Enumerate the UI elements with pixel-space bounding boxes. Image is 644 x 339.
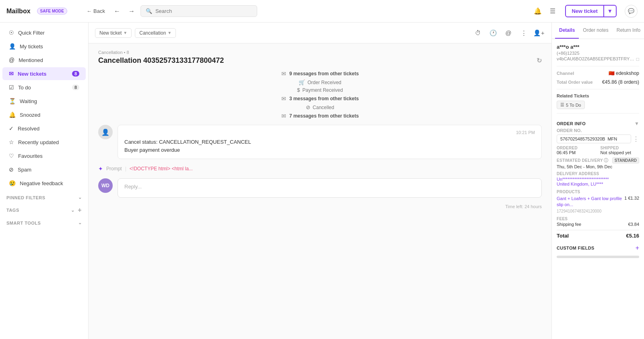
sidebar-item-snoozed[interactable]: 🔔 Snoozed xyxy=(2,108,86,121)
shipped-col: SHIPPED Not shipped yet xyxy=(601,146,640,155)
new-ticket-dropdown-button[interactable]: ▼ xyxy=(603,6,616,17)
order-info-label: ORDER INFO xyxy=(557,121,586,126)
related-tickets-todo[interactable]: ☰ 5 To Do xyxy=(557,101,585,109)
back-arrow-icon: ← xyxy=(87,8,92,14)
tab-return-info[interactable]: Return Info xyxy=(613,23,644,39)
ticket-category-dropdown[interactable]: Cancellation ▼ xyxy=(135,28,176,38)
tab-order-notes[interactable]: Order notes xyxy=(579,23,612,39)
clock-icon-button[interactable]: 🕐 xyxy=(487,27,499,39)
shipping-fee-label: Shipping fee xyxy=(557,222,581,227)
reply-input[interactable]: Reply... xyxy=(118,178,542,198)
chat-message: 👤 10:21 PM Cancel status: CANCELLATION_R… xyxy=(89,122,551,162)
at-icon-button[interactable]: @ xyxy=(502,27,514,39)
shipping-fee-value: €3.84 xyxy=(628,222,639,227)
collapsed-group-1[interactable]: ✉ 9 messages from other tickets xyxy=(89,68,551,79)
message-time: 10:21 PM xyxy=(124,130,535,135)
sidebar-item-waiting[interactable]: ⏳ Waiting xyxy=(2,95,86,107)
total-order-orders-link[interactable]: (8 orders) xyxy=(618,79,639,85)
sidebar-item-negative-feedback[interactable]: 😢 Negative feedback xyxy=(2,177,86,190)
pinned-filters-section[interactable]: PINNED FILTERS ⌄ xyxy=(0,190,88,202)
right-panel: Details Order notes Return Info a***o a*… xyxy=(551,23,644,339)
prompt-code[interactable]: <!DOCTYPE html> <html la... xyxy=(130,166,193,172)
status-label: New ticket xyxy=(99,30,122,36)
sidebar-label-snoozed: Snoozed xyxy=(20,112,79,118)
sub-msg-payment-label: Payment Received xyxy=(302,87,343,93)
tab-details[interactable]: Details xyxy=(555,23,579,39)
custom-fields-header[interactable]: CUSTOM FIELDS + xyxy=(557,242,639,254)
refresh-icon[interactable]: ↻ xyxy=(537,57,542,64)
sidebar-label-my-tickets: My tickets xyxy=(20,43,79,50)
sidebar-item-recently-updated[interactable]: ☆ Recently updated xyxy=(2,136,86,149)
todo-badge: 8 xyxy=(72,85,79,90)
sidebar-item-quick-filter[interactable]: ☉ Quick Filter xyxy=(2,26,86,39)
prev-button[interactable]: ← xyxy=(111,6,123,17)
filter-icon[interactable]: ☰ xyxy=(550,7,555,15)
sidebar-item-todo[interactable]: ☑ To do 8 xyxy=(2,81,86,94)
ticket-status-dropdown[interactable]: New ticket ▼ xyxy=(95,28,132,38)
sidebar-item-new-tickets[interactable]: ✉ New tickets 8 xyxy=(2,67,86,80)
delivery-address-value[interactable]: Un*************************** xyxy=(557,177,639,182)
sub-msg-order-received: 🛒 Order Received xyxy=(299,79,341,85)
ticket-header-section: Cancellation • 8 Cancellation 4035257313… xyxy=(89,43,551,68)
prompt-icon: ✦ xyxy=(98,165,103,172)
new-tickets-badge: 8 xyxy=(72,71,79,76)
cancel-icon: ⊘ xyxy=(306,104,310,110)
ticket-meta: Cancellation • 8 xyxy=(98,50,542,55)
collapsed-group-3[interactable]: ✉ 7 messages from other tickets xyxy=(89,110,551,122)
ordered-value: 06:45 PM xyxy=(557,150,596,155)
collapsed-count-1: 9 messages from other tickets xyxy=(289,71,359,76)
customer-name: a***o a*** xyxy=(557,44,639,50)
product-name[interactable]: Gant + Loafers + Gant low profile slip o… xyxy=(557,196,623,208)
collapsed-group-2[interactable]: ✉ 3 messages from other tickets xyxy=(89,93,551,104)
estimated-delivery-row: ESTIMATED DELIVERY ⓘ STANDARD xyxy=(557,157,639,163)
copy-icon[interactable]: □ xyxy=(636,56,639,62)
reply-placeholder: Reply... xyxy=(124,184,142,190)
order-dots-button[interactable]: ⋮ xyxy=(633,135,639,143)
fee-row: Shipping fee €3.84 xyxy=(557,222,639,227)
customer-phone: (+86)12325 xyxy=(557,51,639,56)
recently-updated-icon: ☆ xyxy=(9,139,14,145)
alarm-icon-button[interactable]: ⏱ xyxy=(472,27,484,39)
ordered-label: ORDERED xyxy=(557,146,596,150)
customer-id: v4bCAU6BO2Z6AB5EEPPEB3TFRYX2E@... xyxy=(557,56,635,61)
sidebar-item-resolved[interactable]: ✓ Resolved xyxy=(2,122,86,135)
sidebar-item-mentioned[interactable]: @ Mentioned xyxy=(2,54,86,66)
search-box[interactable]: 🔍 xyxy=(140,5,257,17)
more-options-button[interactable]: ⋮ xyxy=(518,27,530,39)
delivery-country-value[interactable]: United Kingdom, LU**** xyxy=(557,182,639,186)
channel-value: 🇨🇳 edeskshop xyxy=(609,70,639,76)
chat-icon[interactable]: 💬 xyxy=(625,5,638,18)
ordered-col: ORDERED 06:45 PM xyxy=(557,146,596,155)
tags-section[interactable]: TAGS ⌄ + xyxy=(0,202,88,215)
sidebar-item-favourites[interactable]: ♡ Favourites xyxy=(2,149,86,162)
order-info-header[interactable]: ORDER INFO ▼ xyxy=(557,118,639,128)
category-label: Cancellation xyxy=(139,30,166,36)
search-input[interactable] xyxy=(155,8,252,14)
cart-icon: 🛒 xyxy=(299,79,305,85)
sidebar-label-quick-filter: Quick Filter xyxy=(18,30,79,36)
custom-fields-plus[interactable]: + xyxy=(636,244,639,252)
product-price-val: €1.32 xyxy=(628,196,639,201)
ticket-title: Cancellation 40352573133177800472 xyxy=(98,56,224,65)
next-button[interactable]: → xyxy=(126,6,137,17)
total-order-value: €45.86 (8 orders) xyxy=(602,79,639,85)
scrollbar-dummy xyxy=(557,256,639,258)
assign-icon-button[interactable]: 👤+ xyxy=(533,27,545,39)
bell-icon[interactable]: 🔔 xyxy=(534,7,542,15)
new-ticket-main-button[interactable]: New ticket xyxy=(566,6,603,17)
safe-mode-badge: SAFE MODE xyxy=(37,8,67,14)
snoozed-icon: 🔔 xyxy=(9,112,16,118)
total-order-row: Total Order value €45.86 (8 orders) xyxy=(557,79,639,85)
sub-msg-cancel-label: Cancelled xyxy=(313,105,334,110)
order-no-input[interactable] xyxy=(557,134,631,143)
back-button[interactable]: ← Back xyxy=(83,6,108,16)
right-panel-tabs: Details Order notes Return Info xyxy=(552,23,644,39)
tags-plus-icon[interactable]: + xyxy=(78,207,82,214)
order-info-collapse-icon: ▼ xyxy=(634,121,639,126)
sidebar-item-my-tickets[interactable]: 👤 My tickets xyxy=(2,40,86,53)
todo-badge-label: 5 To Do xyxy=(566,103,581,107)
reply-avatar: WD xyxy=(98,178,113,193)
sidebar-item-spam[interactable]: ⊘ Spam xyxy=(2,163,86,176)
product-row: Gant + Loafers + Gant low profile slip o… xyxy=(557,196,639,208)
smart-tools-section[interactable]: SMART TOOLS ⌄ xyxy=(0,215,88,227)
